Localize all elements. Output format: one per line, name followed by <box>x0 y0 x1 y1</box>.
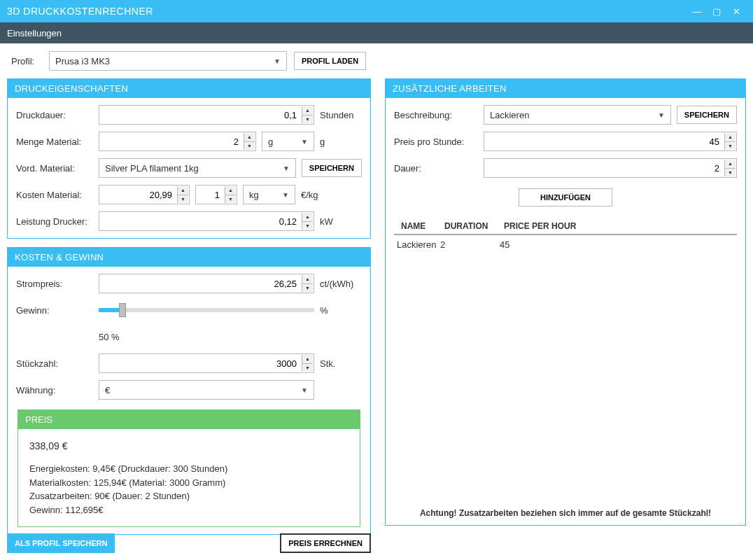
menu-einstellungen[interactable]: Einstellungen <box>7 28 62 38</box>
dauer-label: Dauer: <box>394 163 478 174</box>
warning-text: Achtung! Zusatzarbeiten beziehen sich im… <box>386 501 745 525</box>
stueckzahl-label: Stückzahl: <box>16 358 93 369</box>
stueckzahl-input[interactable]: ▲▼ <box>99 354 314 373</box>
load-profile-button[interactable]: PROFIL LADEN <box>294 52 366 70</box>
spin-up-icon[interactable]: ▲ <box>302 355 313 364</box>
dauer-input[interactable]: ▲▼ <box>484 158 737 178</box>
chevron-down-icon: ▼ <box>282 191 289 199</box>
panel-title: ZUSÄTZLICHE ARBEITEN <box>386 79 745 98</box>
panel-title: KOSTEN & GEWINN <box>8 248 370 267</box>
preis-stunde-label: Preis pro Stunde: <box>394 136 478 147</box>
profile-label: Profil: <box>11 56 42 66</box>
strompreis-unit: ct/(kWh) <box>320 279 362 289</box>
druckdauer-value[interactable] <box>99 106 301 124</box>
spin-up-icon[interactable]: ▲ <box>244 133 255 142</box>
druckdauer-unit: Stunden <box>320 110 362 120</box>
spin-up-icon[interactable]: ▲ <box>178 186 188 195</box>
vord-material-select[interactable]: Silver PLA filament 1kg ▼ <box>99 158 296 178</box>
kosten-unit-select[interactable]: kg ▼ <box>243 185 295 204</box>
dauer-value[interactable] <box>484 159 724 177</box>
menge-input[interactable]: ▲▼ <box>99 132 256 151</box>
profile-row: Profil: Prusa i3 MK3 ▼ PROFIL LADEN <box>0 43 753 71</box>
kosten-value-input[interactable]: ▲▼ <box>99 185 190 204</box>
table-row[interactable]: Lackieren 2 45 <box>394 235 737 253</box>
spin-down-icon[interactable]: ▼ <box>225 195 236 204</box>
spin-down-icon[interactable]: ▼ <box>178 195 188 204</box>
panel-title: DRUCKEIGENSCHAFTEN <box>8 79 370 98</box>
slider-thumb[interactable] <box>119 303 126 317</box>
price-line-zusatz: Zusatzarbeiten: 90€ (Dauer: 2 Stunden) <box>29 489 349 503</box>
menge-unit-select[interactable]: g ▼ <box>262 132 314 151</box>
spin-down-icon[interactable]: ▼ <box>302 222 313 230</box>
leistung-value[interactable] <box>99 212 301 230</box>
th-duration: DURATION <box>444 221 504 231</box>
price-line-energie: Energiekosten: 9,45€ (Druckdauer: 300 St… <box>29 462 349 476</box>
waehrung-select[interactable]: € ▼ <box>99 380 314 400</box>
chevron-down-icon: ▼ <box>283 164 290 172</box>
save-as-profile-button[interactable]: ALS PROFIL SPEICHERN <box>7 533 115 553</box>
stueckzahl-value[interactable] <box>99 354 301 372</box>
menge-unit: g <box>320 136 362 147</box>
kosten-amount-input[interactable]: ▲▼ <box>195 185 237 204</box>
panel-druckeigenschaften: DRUCKEIGENSCHAFTEN Druckdauer: ▲▼ Stunde… <box>7 78 371 239</box>
spin-down-icon[interactable]: ▼ <box>302 284 313 293</box>
price-line-material: Materialkosten: 125,94€ (Material: 3000 … <box>29 476 349 490</box>
preis-stunde-value[interactable] <box>484 132 724 150</box>
chevron-down-icon: ▼ <box>658 111 665 119</box>
save-material-button[interactable]: SPEICHERN <box>302 159 362 177</box>
th-price-per-hour: PRICE PER HOUR <box>504 221 581 231</box>
strompreis-input[interactable]: ▲▼ <box>99 274 314 293</box>
extra-table: NAME DURATION PRICE PER HOUR Lackieren 2… <box>394 217 737 501</box>
druckdauer-label: Druckdauer: <box>16 110 93 120</box>
price-card: PREIS 338,09 € Energiekosten: 9,45€ (Dru… <box>17 410 360 527</box>
profile-select[interactable]: Prusa i3 MK3 ▼ <box>49 51 287 71</box>
strompreis-label: Strompreis: <box>16 279 93 289</box>
chevron-down-icon: ▼ <box>301 386 308 394</box>
kosten-value[interactable] <box>99 186 176 204</box>
vord-material-label: Vord. Material: <box>16 163 93 174</box>
menge-value[interactable] <box>99 132 243 150</box>
druckdauer-input[interactable]: ▲▼ <box>99 105 314 125</box>
gewinn-unit: % <box>320 305 362 316</box>
kosten-amount[interactable] <box>196 186 224 204</box>
spin-down-icon[interactable]: ▼ <box>725 142 736 150</box>
beschreibung-select[interactable]: Lackieren ▼ <box>484 105 671 125</box>
cell-duration: 2 <box>440 239 500 250</box>
close-button[interactable]: ✕ <box>726 1 746 21</box>
titlebar: 3D DRUCKKOSTENRECHNER ― ▢ ✕ <box>0 0 753 22</box>
window-title: 3D DRUCKKOSTENRECHNER <box>7 6 687 17</box>
calculate-price-button[interactable]: PREIS ERRECHNEN <box>280 533 371 553</box>
spin-up-icon[interactable]: ▲ <box>302 106 313 115</box>
spin-up-icon[interactable]: ▲ <box>725 133 736 142</box>
minimize-button[interactable]: ― <box>687 1 707 21</box>
spin-up-icon[interactable]: ▲ <box>225 186 236 195</box>
kosten-label: Kosten Material: <box>16 190 93 200</box>
waehrung-label: Währung: <box>16 385 93 396</box>
spin-down-icon[interactable]: ▼ <box>302 115 313 124</box>
spin-up-icon[interactable]: ▲ <box>725 160 736 169</box>
add-extra-button[interactable]: HINZUFÜGEN <box>519 188 612 206</box>
price-total: 338,09 € <box>29 439 349 454</box>
kosten-unit: €/kg <box>301 190 343 200</box>
profile-select-value: Prusa i3 MK3 <box>55 56 110 66</box>
cell-name: Lackieren <box>397 239 440 250</box>
gewinn-percent-text: 50 % <box>99 332 120 342</box>
maximize-button[interactable]: ▢ <box>707 1 726 21</box>
leistung-label: Leistung Drucker: <box>16 216 93 227</box>
strompreis-value[interactable] <box>99 274 301 293</box>
panel-kosten-gewinn: KOSTEN & GEWINN Strompreis: ▲▼ ct/(kWh) … <box>7 247 371 535</box>
cell-pph: 45 <box>500 239 577 250</box>
panel-zusaetzliche-arbeiten: ZUSÄTZLICHE ARBEITEN Beschreibung: Lacki… <box>385 78 746 526</box>
spin-down-icon[interactable]: ▼ <box>302 364 313 372</box>
price-card-title: PREIS <box>18 410 360 429</box>
spin-down-icon[interactable]: ▼ <box>725 169 736 177</box>
gewinn-slider[interactable] <box>99 308 314 312</box>
leistung-input[interactable]: ▲▼ <box>99 211 314 231</box>
chevron-down-icon: ▼ <box>274 57 281 65</box>
spin-up-icon[interactable]: ▲ <box>302 213 313 222</box>
preis-stunde-input[interactable]: ▲▼ <box>484 132 737 151</box>
spin-up-icon[interactable]: ▲ <box>302 275 313 284</box>
save-extra-button[interactable]: SPEICHERN <box>677 106 737 124</box>
spin-down-icon[interactable]: ▼ <box>244 142 255 150</box>
gewinn-label: Gewinn: <box>16 305 93 316</box>
